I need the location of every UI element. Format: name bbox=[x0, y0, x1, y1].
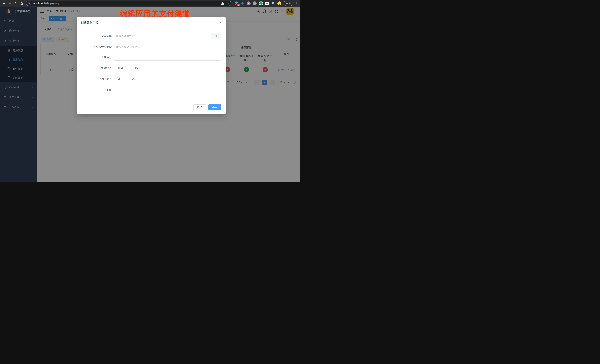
share-icon[interactable] bbox=[221, 2, 224, 5]
browser-reload-icon[interactable] bbox=[13, 1, 19, 6]
extension-command-icon[interactable]: ⌘ bbox=[247, 1, 251, 5]
field-label: *API 版本 bbox=[77, 77, 112, 81]
field-label: *渠道费率 bbox=[77, 35, 112, 38]
percent-suffix: % bbox=[211, 33, 221, 39]
form-row-merchant-id: *商户号 bbox=[77, 55, 221, 61]
create-pay-channel-dialog: 创建支付渠道 × *渠道费率 % *公众号APPID *商户号 *渠道状态 bbox=[77, 17, 226, 114]
dialog-close-icon[interactable]: × bbox=[219, 21, 221, 24]
required-asterisk: * bbox=[100, 77, 101, 80]
radio-api-v2[interactable]: v2 bbox=[114, 78, 121, 81]
field-label: 备注 bbox=[77, 88, 112, 92]
app-viewport: 芋道管理系统 首页 系统管理 ¥ 支付管理 bbox=[0, 7, 300, 182]
radio-circle-icon bbox=[130, 67, 133, 70]
browser-back-icon[interactable] bbox=[1, 1, 7, 6]
browser-extensions-area: 10 ⌘ y bbox=[233, 1, 282, 5]
extensions-puzzle-icon[interactable] bbox=[271, 1, 275, 5]
extension-pin-icon[interactable] bbox=[241, 1, 244, 5]
radio-status-closed[interactable]: 关闭 bbox=[130, 67, 139, 70]
appid-input[interactable] bbox=[114, 44, 221, 50]
browser-menu-icon[interactable]: ⋮ bbox=[294, 2, 299, 5]
field-label: *公众号APPID bbox=[77, 45, 112, 48]
form-row-api-version: *API 版本 v2 v3 bbox=[77, 76, 134, 82]
browser-home-icon[interactable] bbox=[19, 1, 24, 6]
cancel-button[interactable]: 取消 bbox=[193, 104, 206, 110]
radio-api-v3[interactable]: v3 bbox=[128, 78, 134, 81]
extension-badge: 10 bbox=[237, 4, 240, 6]
site-info-icon[interactable]: i bbox=[28, 2, 31, 5]
form-row-appid: *公众号APPID bbox=[77, 44, 221, 50]
bookmark-star-icon[interactable]: ☆ bbox=[226, 1, 229, 5]
extension-y-icon[interactable]: y bbox=[259, 1, 263, 5]
extension-record-icon[interactable] bbox=[253, 1, 257, 5]
browser-profile-avatar[interactable] bbox=[277, 1, 281, 5]
browser-address-bar[interactable]: i localhost:1024/pay/app ☆ bbox=[26, 1, 231, 6]
fee-rate-input[interactable] bbox=[114, 33, 211, 39]
field-label: *商户号 bbox=[77, 56, 112, 59]
radio-circle-icon bbox=[114, 67, 116, 70]
extension-tabs-icon[interactable]: 10 bbox=[234, 1, 238, 5]
screen: i localhost:1024/pay/app ☆ 10 ⌘ y bbox=[0, 0, 300, 182]
extension-chat-icon[interactable] bbox=[265, 1, 269, 5]
confirm-button[interactable]: 确定 bbox=[208, 104, 221, 110]
merchant-id-input[interactable] bbox=[114, 55, 221, 60]
radio-status-open[interactable]: 开启 bbox=[114, 67, 123, 70]
form-row-channel-status: *渠道状态 开启 关闭 bbox=[77, 65, 139, 71]
form-row-fee-rate: *渠道费率 % bbox=[77, 33, 221, 39]
browser-update-button[interactable]: 更新 bbox=[283, 1, 293, 6]
required-asterisk: * bbox=[94, 45, 95, 48]
required-asterisk: * bbox=[100, 35, 100, 37]
radio-circle-icon bbox=[114, 78, 116, 80]
dialog-title: 创建支付渠道 bbox=[81, 20, 99, 24]
browser-chrome: i localhost:1024/pay/app ☆ 10 ⌘ y bbox=[0, 0, 300, 7]
url-text: localhost:1024/pay/app bbox=[33, 2, 221, 5]
remark-input[interactable] bbox=[114, 87, 221, 93]
annotation-caption: 编辑应用的支付渠道 bbox=[120, 9, 190, 19]
form-row-remark: 备注 bbox=[77, 87, 221, 93]
required-asterisk: * bbox=[102, 56, 103, 59]
radio-circle-icon bbox=[128, 78, 131, 80]
field-label: *渠道状态 bbox=[77, 67, 112, 70]
browser-forward-icon[interactable] bbox=[7, 1, 13, 6]
required-asterisk: * bbox=[100, 67, 100, 70]
